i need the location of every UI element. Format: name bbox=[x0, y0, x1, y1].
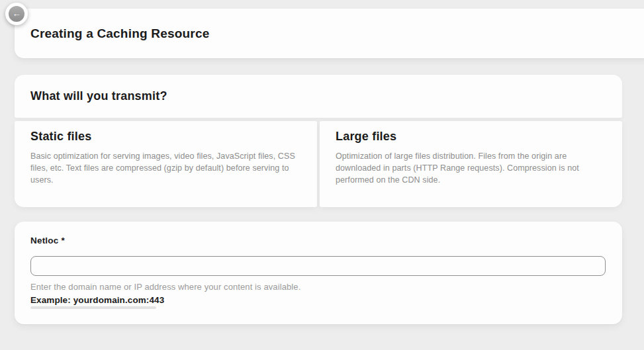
example-underline bbox=[30, 306, 156, 309]
page-title: Creating a Caching Resource bbox=[30, 26, 209, 41]
netloc-helper-text: Enter the domain name or IP address wher… bbox=[30, 282, 300, 292]
option-card-static-files[interactable]: Static files Basic optimization for serv… bbox=[15, 121, 317, 207]
netloc-section: Netloc * Enter the domain name or IP add… bbox=[15, 222, 622, 324]
netloc-label: Netloc * bbox=[30, 236, 65, 245]
transmit-options: Static files Basic optimization for serv… bbox=[15, 121, 622, 207]
option-description-static-files: Basic optimization for serving images, v… bbox=[30, 150, 302, 186]
option-title-static-files: Static files bbox=[30, 130, 302, 144]
netloc-input[interactable] bbox=[30, 256, 606, 276]
option-description-large-files: Optimization of large files distribution… bbox=[336, 150, 608, 186]
netloc-example-text: Example: yourdomain.com:443 bbox=[30, 295, 164, 305]
transmit-heading: What will you transmit? bbox=[30, 89, 167, 103]
back-button[interactable]: ← bbox=[5, 3, 28, 25]
option-title-large-files: Large files bbox=[336, 130, 608, 144]
option-card-large-files[interactable]: Large files Optimization of large files … bbox=[320, 121, 622, 207]
page-header: Creating a Caching Resource bbox=[15, 9, 644, 58]
arrow-left-icon: ← bbox=[9, 6, 24, 22]
transmit-section-header: What will you transmit? bbox=[15, 75, 622, 118]
